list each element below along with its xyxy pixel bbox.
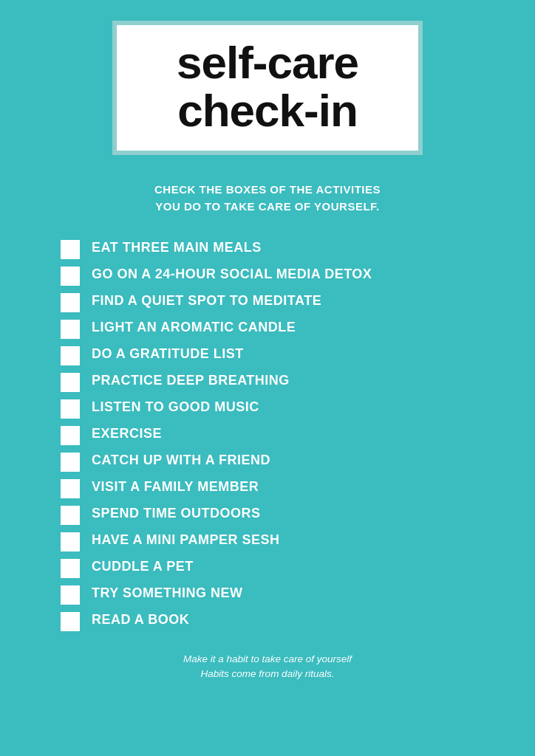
item-label: CUDDLE A PET — [92, 557, 194, 576]
checkbox[interactable] — [61, 426, 80, 445]
footer-line1: Make it a habit to take care of yourself — [183, 652, 352, 667]
checkbox[interactable] — [61, 320, 80, 339]
title-line1: self-care — [177, 37, 358, 88]
subtitle-line2: YOU DO TO TAKE CARE OF YOURSELF. — [154, 199, 381, 216]
checkbox[interactable] — [61, 240, 80, 259]
item-label: HAVE A MINI PAMPER SESH — [92, 531, 280, 549]
checkbox[interactable] — [61, 399, 80, 419]
list-item: CUDDLE A PET — [61, 554, 474, 581]
checkbox[interactable] — [61, 293, 80, 312]
list-item: HAVE A MINI PAMPER SESH — [61, 528, 474, 554]
checkbox[interactable] — [61, 532, 80, 551]
checklist: EAT THREE MAIN MEALSGO ON A 24-HOUR SOCI… — [61, 236, 474, 634]
item-label: PRACTICE DEEP BREATHING — [92, 371, 290, 390]
item-label: FIND A QUIET SPOT TO MEDITATE — [92, 292, 321, 310]
item-label: DO A GRATITUDE LIST — [92, 345, 244, 363]
checkbox[interactable] — [61, 479, 80, 498]
list-item: CATCH UP WITH A FRIEND — [61, 448, 474, 475]
list-item: FIND A QUIET SPOT TO MEDITATE — [61, 289, 474, 315]
checkbox[interactable] — [61, 267, 80, 286]
item-label: LISTEN TO GOOD MUSIC — [92, 398, 259, 416]
list-item: LIGHT AN AROMATIC CANDLE — [61, 315, 474, 342]
item-label: READ A BOOK — [92, 611, 189, 629]
item-label: GO ON A 24-HOUR SOCIAL MEDIA DETOX — [92, 265, 372, 284]
checkbox[interactable] — [61, 585, 80, 605]
list-item: LISTEN TO GOOD MUSIC — [61, 395, 474, 422]
footer: Make it a habit to take care of yourself… — [183, 652, 352, 682]
item-label: EAT THREE MAIN MEALS — [92, 238, 262, 257]
checkbox[interactable] — [61, 506, 80, 525]
subtitle-line1: CHECK THE BOXES OF THE ACTIVITIES — [154, 182, 381, 199]
item-label: CATCH UP WITH A FRIEND — [92, 451, 270, 470]
item-label: LIGHT AN AROMATIC CANDLE — [92, 318, 296, 337]
title-line2: check-in — [177, 85, 358, 136]
list-item: DO A GRATITUDE LIST — [61, 342, 474, 368]
checkbox[interactable] — [61, 453, 80, 472]
list-item: VISIT A FAMILY MEMBER — [61, 475, 474, 501]
list-item: GO ON A 24-HOUR SOCIAL MEDIA DETOX — [61, 262, 474, 289]
list-item: SPEND TIME OUTDOORS — [61, 501, 474, 528]
checkbox[interactable] — [61, 346, 80, 365]
item-label: TRY SOMETHING NEW — [92, 584, 243, 602]
list-item: READ A BOOK — [61, 608, 474, 634]
title-text: self-care check-in — [143, 38, 392, 134]
subtitle: CHECK THE BOXES OF THE ACTIVITIES YOU DO… — [154, 182, 381, 215]
footer-line2: Habits come from daily rituals. — [183, 667, 352, 681]
list-item: EAT THREE MAIN MEALS — [61, 236, 474, 262]
item-label: SPEND TIME OUTDOORS — [92, 504, 261, 523]
title-box: self-care check-in — [112, 21, 423, 155]
checkbox[interactable] — [61, 373, 80, 392]
checkbox[interactable] — [61, 559, 80, 578]
item-label: EXERCISE — [92, 425, 162, 443]
item-label: VISIT A FAMILY MEMBER — [92, 478, 259, 496]
list-item: TRY SOMETHING NEW — [61, 581, 474, 608]
list-item: EXERCISE — [61, 422, 474, 448]
list-item: PRACTICE DEEP BREATHING — [61, 368, 474, 395]
checkbox[interactable] — [61, 612, 80, 631]
